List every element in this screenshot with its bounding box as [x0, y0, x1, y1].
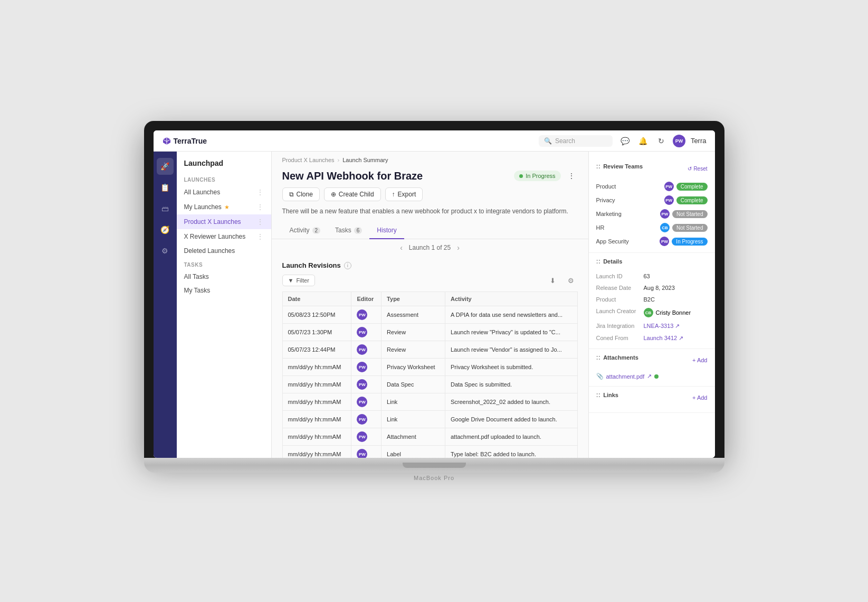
review-team-row: Marketing PW Not Started: [596, 207, 708, 221]
sidebar-item-x-reviewer[interactable]: X Reviewer Launches ⋮: [177, 229, 271, 244]
cell-activity: Launch review "Vendor" is assigned to Jo…: [445, 341, 577, 359]
launch-description: There will be a new feature that enables…: [272, 206, 588, 222]
filter-icon: ▼: [288, 277, 294, 284]
nav-launchpad-icon[interactable]: 🚀: [157, 158, 174, 175]
download-icon-btn[interactable]: ⬇: [546, 274, 560, 287]
clone-button[interactable]: ⧉ Clone: [282, 187, 320, 201]
export-icon: ↑: [392, 191, 395, 198]
create-child-button[interactable]: ⊕ Create Child: [324, 187, 381, 201]
clone-icon: ⧉: [289, 191, 294, 198]
main-content: Product X Launches › Launch Summary New …: [272, 152, 588, 458]
cell-editor: PW: [351, 324, 381, 341]
tasks-section-label: TASKS: [177, 258, 271, 270]
nav-compass-icon[interactable]: 🧭: [157, 221, 174, 238]
details-label: Details: [603, 258, 622, 265]
user-avatar[interactable]: PW: [673, 135, 685, 147]
reset-button[interactable]: ↺ Reset: [688, 166, 707, 172]
detail-link[interactable]: LNEA-3313 ↗: [644, 323, 680, 330]
filter-button[interactable]: ▼ Filter: [282, 275, 315, 286]
tab-activity[interactable]: Activity 2: [282, 222, 328, 239]
attachments-label: Attachments: [603, 354, 638, 361]
team-name: Marketing: [596, 211, 622, 217]
tasks-tab-label: Tasks: [335, 227, 351, 234]
sidebar-item-product-x[interactable]: Product X Launches ⋮: [177, 214, 271, 229]
attachments-title: :: Attachments: [596, 353, 638, 361]
review-right: PW Complete: [664, 195, 708, 205]
nav-settings-icon[interactable]: ⚙: [157, 242, 174, 259]
add-link-button[interactable]: + Add: [692, 394, 707, 401]
tab-tasks[interactable]: Tasks 6: [328, 222, 369, 239]
detail-value: 63: [644, 273, 650, 279]
cell-activity: Privacy Worksheet is submitted.: [445, 359, 577, 376]
detail-label: Launch Creator: [596, 308, 644, 317]
cell-activity: Data Spec is submitted.: [445, 376, 577, 393]
info-icon: i: [344, 262, 351, 269]
details-row: Coned From Launch 3412 ↗: [596, 332, 708, 344]
create-child-label: Create Child: [339, 191, 374, 198]
attachments-section: :: Attachments + Add 📎 attachment.pdf ↗: [589, 349, 715, 387]
search-box[interactable]: 🔍 Search: [539, 135, 613, 147]
table-row: 05/07/23 1:30PM PW Review Launch review …: [282, 324, 577, 341]
export-button[interactable]: ↑ Export: [385, 187, 423, 201]
attachment-name[interactable]: attachment.pdf: [606, 373, 645, 380]
team-name: Product: [596, 183, 616, 190]
status-label: In Progress: [526, 173, 555, 179]
cell-editor: PW: [351, 341, 381, 359]
review-teams-header: :: Review Teams ↺ Reset: [596, 162, 708, 175]
detail-link[interactable]: Launch 3412 ↗: [644, 335, 684, 342]
detail-label: Coned From: [596, 335, 644, 342]
sidebar-item-my-tasks[interactable]: My Tasks: [177, 284, 271, 297]
details-row: Jira Integration LNEA-3313 ↗: [596, 320, 708, 332]
cell-date: 05/07/23 12:44PM: [282, 341, 351, 359]
cell-date: mm/dd/yy hh:mmAM: [282, 411, 351, 428]
sidebar-item-my-launches[interactable]: My Launches ★ ⋮: [177, 200, 271, 214]
app-layout: 🚀 📋 🗃 🧭 ⚙ Launchpad LAUNCHES All Launche…: [154, 152, 715, 458]
details-title: :: Details: [596, 257, 708, 265]
left-nav: 🚀 📋 🗃 🧭 ⚙: [154, 152, 177, 458]
review-teams-section: :: Review Teams ↺ Reset Product PW Compl…: [589, 158, 715, 253]
table-row: mm/dd/yy hh:mmAM PW Data Spec Data Spec …: [282, 376, 577, 393]
review-teams-title: :: Review Teams: [596, 162, 643, 170]
table-row: mm/dd/yy hh:mmAM PW Privacy Worksheet Pr…: [282, 359, 577, 376]
detail-label: Release Date: [596, 285, 644, 291]
nav-next-arrow[interactable]: ›: [455, 242, 462, 253]
activity-tab-label: Activity: [290, 227, 310, 234]
sidebar-item-deleted[interactable]: Deleted Launches: [177, 244, 271, 258]
breadcrumb-parent[interactable]: Product X Launches: [282, 157, 335, 163]
sidebar-item-all-launches[interactable]: All Launches ⋮: [177, 185, 271, 200]
bell-icon-btn[interactable]: 🔔: [637, 135, 650, 147]
deleted-label: Deleted Launches: [184, 247, 235, 255]
settings-icon-btn[interactable]: ⚙: [564, 274, 578, 287]
section-title-text: Launch Revisions: [282, 261, 341, 269]
message-icon-btn[interactable]: 💬: [619, 135, 632, 147]
review-team-row: App Security PW In Progress: [596, 234, 708, 248]
details-row: Product B2C: [596, 294, 708, 305]
review-right: PW Complete: [664, 182, 708, 191]
tab-history[interactable]: History: [369, 222, 404, 239]
nav-tasks-icon[interactable]: 📋: [157, 179, 174, 196]
x-reviewer-label: X Reviewer Launches: [184, 233, 246, 240]
search-icon: 🔍: [544, 137, 552, 145]
table-toolbar: ▼ Filter ⬇ ⚙: [282, 274, 578, 287]
cell-activity: A DPIA for data use send newsletters and…: [445, 306, 577, 324]
detail-value: Cristy Bonner: [656, 309, 691, 316]
cell-editor: PW: [351, 393, 381, 411]
cell-date: 05/08/23 12:50PM: [282, 306, 351, 324]
cell-type: Attachment: [381, 428, 445, 446]
refresh-icon-btn[interactable]: ↻: [655, 135, 667, 147]
launch-menu-icon[interactable]: ⋮: [565, 170, 578, 182]
top-bar: TerraTrue 🔍 Search 💬 🔔 ↻ PW Terra: [154, 130, 715, 152]
nav-database-icon[interactable]: 🗃: [157, 200, 174, 217]
team-name: Privacy: [596, 197, 615, 203]
nav-prev-arrow[interactable]: ‹: [398, 242, 405, 253]
add-attachment-button[interactable]: + Add: [692, 357, 707, 363]
cell-editor: PW: [351, 411, 381, 428]
my-tasks-label: My Tasks: [184, 287, 211, 294]
macbook-label: MacBook Pro: [144, 475, 724, 481]
tabs-bar: Activity 2 Tasks 6 History: [272, 222, 588, 239]
product-x-label: Product X Launches: [184, 218, 241, 225]
cell-activity: attachment.pdf uploaded to launch.: [445, 428, 577, 446]
links-header: :: Links + Add: [596, 391, 708, 404]
links-section: :: Links + Add: [589, 387, 715, 413]
sidebar-item-all-tasks[interactable]: All Tasks: [177, 270, 271, 284]
